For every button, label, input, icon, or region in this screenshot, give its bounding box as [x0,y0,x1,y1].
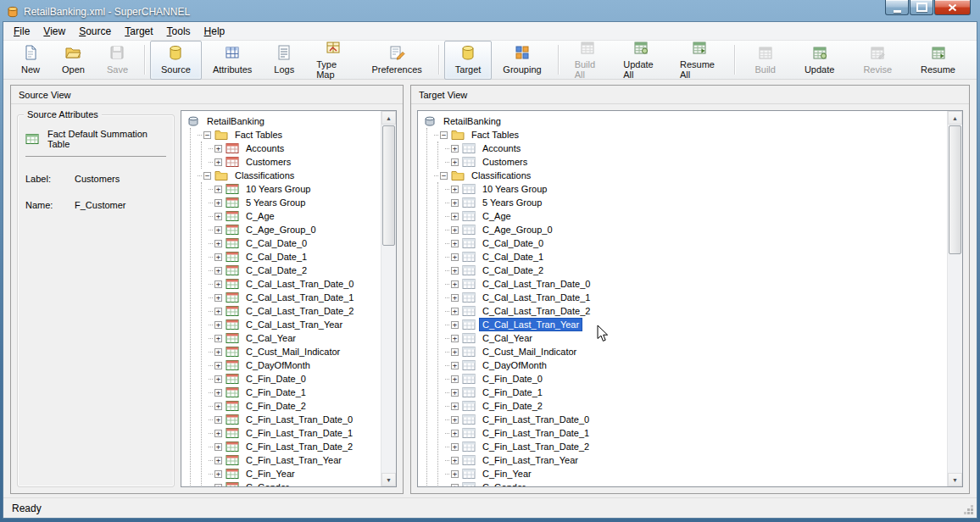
tree-item-label[interactable]: RetailBanking [203,114,268,128]
tree-item-retailbanking[interactable]: RetailBanking [187,114,381,128]
tree-item-c-cal-last-tran-date-1[interactable]: +C_Cal_Last_Tran_Date_1 [209,291,381,304]
tree-item-label[interactable]: C_Fin_Date_0 [479,372,546,386]
update-all-button[interactable]: Update All [612,36,669,85]
tree-item-label[interactable]: C_Cal_Last_Tran_Date_2 [479,304,593,318]
expand-icon[interactable]: + [451,457,459,464]
logs-button[interactable]: Logs [263,41,305,80]
expand-icon[interactable]: + [214,403,222,410]
resume-button[interactable]: Resume [906,41,970,80]
tree-item-classifications[interactable]: −Classifications [434,169,947,182]
tree-item-label[interactable]: C_Fin_Last_Tran_Year [242,453,345,467]
tree-item-c-cal-last-tran-date-0[interactable]: +C_Cal_Last_Tran_Date_0 [209,277,381,291]
tree-item-label[interactable]: C_Age_Group_0 [242,223,320,236]
tree-item-label[interactable]: Fact Tables [231,128,286,142]
scroll-up-icon[interactable]: ▲ [948,111,962,125]
tree-item-c-age-group-0[interactable]: +C_Age_Group_0 [445,223,947,236]
tree-item-label[interactable]: C_Cal_Date_0 [479,236,547,250]
expand-icon[interactable]: + [451,280,459,288]
tree-item-c-fin-last-tran-date-2[interactable]: +C_Fin_Last_Tran_Date_2 [445,440,947,453]
tree-item-retailbanking[interactable]: RetailBanking [423,114,947,128]
tree-item-c-cal-date-0[interactable]: +C_Cal_Date_0 [445,236,947,250]
tree-item-label[interactable]: C_Fin_Date_2 [242,399,309,413]
tree-item-c-fin-last-tran-year[interactable]: +C_Fin_Last_Tran_Year [209,453,381,467]
tree-item-label[interactable]: 10 Years Group [242,182,314,196]
expand-icon[interactable]: + [451,470,459,478]
menu-target[interactable]: Target [118,24,159,39]
tree-item-label[interactable]: C_DayOfMonth [479,358,550,372]
resume-all-button[interactable]: Resume All [669,36,729,85]
resize-grip-icon[interactable] [971,512,973,514]
collapse-icon[interactable]: − [440,131,448,139]
expand-icon[interactable]: + [214,308,222,315]
expand-icon[interactable]: + [214,416,222,424]
tree-item-label[interactable]: C_Cust_Mail_Indicator [242,345,343,358]
scroll-track[interactable] [381,125,396,473]
expand-icon[interactable]: + [451,321,459,329]
tree-item-c-gender[interactable]: +C_Gender [209,480,381,486]
type-map-button[interactable]: Type Map [305,36,360,85]
tree-item-c-age[interactable]: +C_Age [209,209,381,223]
tree-item-label[interactable]: C_Cal_Last_Tran_Date_0 [479,277,593,291]
tree-item-c-age[interactable]: +C_Age [445,209,947,223]
tree-item-5-years-group[interactable]: +5 Years Group [209,196,381,209]
menu-view[interactable]: View [36,24,72,39]
tree-item-c-cal-date-1[interactable]: +C_Cal_Date_1 [445,250,947,264]
open-button[interactable]: Open [51,41,96,80]
tree-item-label[interactable]: 5 Years Group [242,196,309,209]
tree-item-c-cal-date-0[interactable]: +C_Cal_Date_0 [209,236,381,250]
scroll-thumb[interactable] [382,125,395,246]
tree-item-c-fin-last-tran-date-1[interactable]: +C_Fin_Last_Tran_Date_1 [209,426,381,440]
target-tree-scrollbar[interactable]: ▲ ▼ [947,111,962,486]
expand-icon[interactable]: + [214,280,222,288]
expand-icon[interactable]: + [214,213,222,220]
tree-item-c-fin-last-tran-date-2[interactable]: +C_Fin_Last_Tran_Date_2 [209,440,381,453]
expand-icon[interactable]: + [214,389,222,397]
expand-icon[interactable]: + [214,484,222,487]
collapse-icon[interactable]: − [203,131,211,139]
tree-item-label[interactable]: C_Fin_Last_Tran_Date_1 [479,426,593,440]
expand-icon[interactable]: + [214,321,222,329]
tree-item-label[interactable]: C_Cal_Year [479,331,536,345]
tree-item-label[interactable]: C_Cal_Last_Tran_Date_1 [479,291,593,304]
expand-icon[interactable]: + [451,158,459,166]
scroll-down-icon[interactable]: ▼ [948,473,962,486]
source-tree-scrollbar[interactable]: ▲ ▼ [381,111,396,486]
tree-item-c-fin-year[interactable]: +C_Fin_Year [445,467,947,480]
tree-item-c-fin-last-tran-date-0[interactable]: +C_Fin_Last_Tran_Date_0 [209,413,381,426]
expand-icon[interactable]: + [451,294,459,302]
tree-item-label[interactable]: C_Fin_Date_0 [242,372,309,386]
tree-item-label[interactable]: C_Fin_Date_1 [242,386,309,399]
tree-item-10-years-group[interactable]: +10 Years Group [209,182,381,196]
tree-item-fact-tables[interactable]: −Fact Tables [434,128,947,142]
expand-icon[interactable]: + [451,375,459,383]
source-button[interactable]: Source [150,41,202,80]
tree-item-label[interactable]: C_Fin_Last_Tran_Date_0 [242,413,356,426]
new-button[interactable]: New [10,41,51,80]
tree-item-label[interactable]: C_Cal_Date_1 [479,250,547,264]
scroll-track[interactable] [948,125,962,473]
expand-icon[interactable]: + [451,145,459,153]
tree-item-c-cal-year[interactable]: +C_Cal_Year [445,331,947,345]
expand-icon[interactable]: + [214,186,222,193]
expand-icon[interactable]: + [451,253,459,261]
expand-icon[interactable]: + [214,457,222,464]
tree-item-label[interactable]: 10 Years Group [479,182,550,196]
tree-item-label[interactable]: C_Cal_Date_0 [242,236,310,250]
tree-item-c-fin-date-1[interactable]: +C_Fin_Date_1 [445,386,947,399]
tree-item-c-cal-year[interactable]: +C_Cal_Year [209,331,381,345]
tree-item-label[interactable]: C_Fin_Last_Tran_Date_0 [479,413,593,426]
expand-icon[interactable]: + [451,240,459,247]
tree-item-label[interactable]: C_Fin_Last_Tran_Date_1 [242,426,356,440]
title-bar[interactable]: RetailBanking.xml - SuperCHANNEL [3,0,977,21]
tree-item-c-cal-last-tran-date-0[interactable]: +C_Cal_Last_Tran_Date_0 [445,277,947,291]
expand-icon[interactable]: + [214,335,222,342]
menu-tools[interactable]: Tools [160,24,198,39]
tree-item-c-fin-date-0[interactable]: +C_Fin_Date_0 [209,372,381,386]
expand-icon[interactable]: + [451,199,459,207]
tree-item-c-cal-last-tran-date-2[interactable]: +C_Cal_Last_Tran_Date_2 [209,304,381,318]
tree-item-c-fin-year[interactable]: +C_Fin_Year [209,467,381,480]
expand-icon[interactable]: + [451,335,459,342]
expand-icon[interactable]: + [214,199,222,207]
tree-item-5-years-group[interactable]: +5 Years Group [445,196,947,209]
scroll-up-icon[interactable]: ▲ [381,111,396,125]
